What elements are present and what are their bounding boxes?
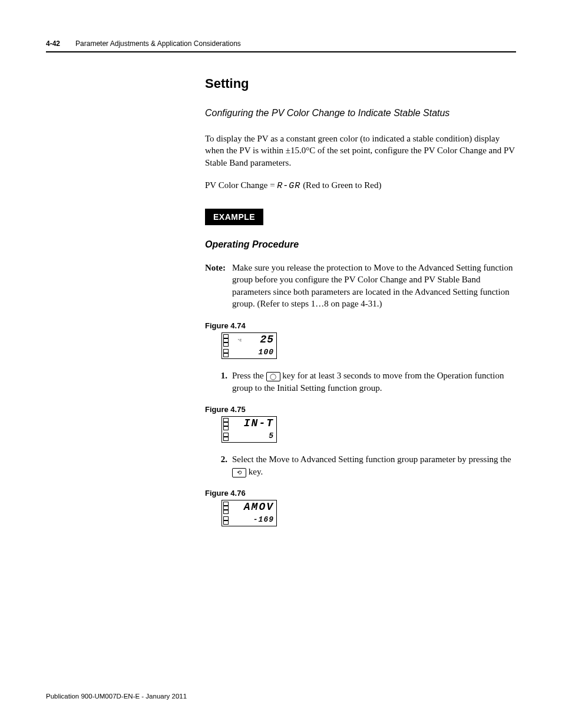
note-block: Note: Make sure you release the protecti…	[205, 262, 516, 309]
note-body: Make sure you release the protection to …	[232, 262, 516, 309]
figure-caption-4-74: Figure 4.74	[205, 321, 516, 330]
pv-code: R-GR	[277, 181, 300, 191]
running-header: 4-42 Parameter Adjustments & Application…	[46, 39, 516, 48]
note-label: Note:	[205, 263, 226, 272]
pv-suffix: (Red to Green to Red)	[300, 180, 381, 190]
step-2-text-b: key.	[246, 467, 263, 476]
figure-caption-4-75: Figure 4.75	[205, 405, 516, 414]
lcd-bottom-value: 5	[236, 431, 276, 442]
level-key-icon: ◯	[266, 372, 280, 381]
main-content: Setting Configuring the PV Color Change …	[205, 76, 516, 526]
lcd-unit: °C	[237, 338, 242, 342]
mode-key-icon: ⟲	[232, 468, 246, 477]
step-2: 2. Select the Move to Advanced Setting f…	[205, 453, 516, 478]
lcd-top-value: 25	[242, 333, 276, 348]
page-number: 4-42	[46, 39, 60, 48]
lcd-top-value: IN-T	[236, 417, 276, 431]
lcd-figure-4-76: AMOV -169	[222, 500, 277, 526]
header-rule	[46, 51, 516, 52]
lcd-bottom-value: 100	[236, 348, 276, 358]
lcd-bottom-value: -169	[236, 515, 276, 526]
step-1-number: 1.	[205, 370, 232, 394]
lcd-figure-4-74: °C 25 100	[222, 332, 277, 359]
step-1-text-a: Press the	[232, 371, 266, 380]
intro-paragraph: To display the PV as a constant green co…	[205, 133, 516, 169]
publication-footer: Publication 900-UM007D-EN-E - January 20…	[46, 693, 187, 700]
section-heading: Setting	[205, 76, 516, 91]
step-2-number: 2.	[205, 453, 232, 478]
lcd-top-value: AMOV	[236, 500, 276, 515]
lcd-figure-4-75: IN-T 5	[222, 416, 277, 443]
operating-procedure-heading: Operating Procedure	[205, 239, 516, 250]
pv-color-change-line: PV Color Change = R-GR (Red to Green to …	[205, 179, 516, 192]
pv-prefix: PV Color Change =	[205, 180, 277, 190]
section-subheading: Configuring the PV Color Change to Indic…	[205, 108, 516, 118]
step-1: 1. Press the ◯ key for at least 3 second…	[205, 370, 516, 394]
figure-caption-4-76: Figure 4.76	[205, 489, 516, 498]
example-label: EXAMPLE	[205, 209, 263, 225]
step-2-text-a: Select the Move to Advanced Setting func…	[232, 454, 511, 464]
chapter-title: Parameter Adjustments & Application Cons…	[75, 39, 241, 48]
